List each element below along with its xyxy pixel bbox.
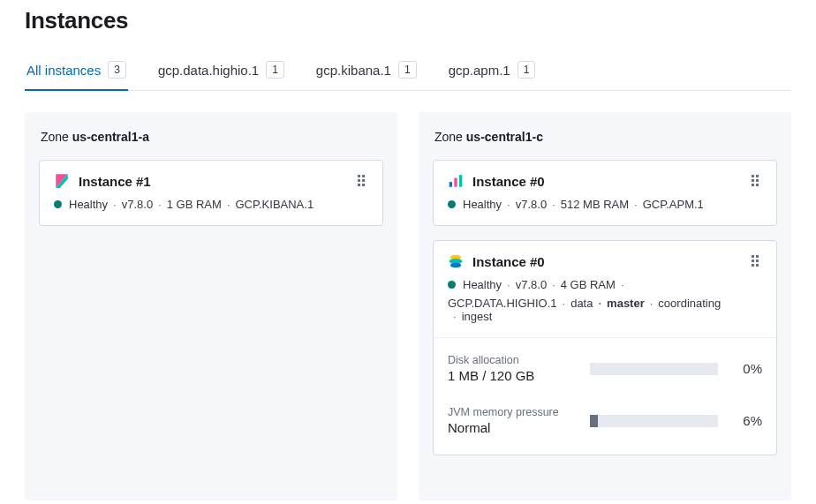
svg-rect-4 — [358, 179, 360, 182]
instance-meta: Healthy v7.8.0 4 GB RAM — [448, 278, 762, 291]
svg-rect-12 — [756, 175, 759, 177]
svg-rect-21 — [756, 255, 759, 258]
instance-meta: Healthy v7.8.0 512 MB RAM GCP.APM.1 — [448, 198, 762, 211]
zone-name: us-central1-c — [466, 130, 543, 144]
tab-badge: 3 — [108, 61, 126, 79]
svg-rect-3 — [362, 175, 365, 177]
version-label: v7.8.0 — [502, 198, 547, 211]
tab-label: gcp.apm.1 — [449, 63, 510, 78]
divider — [434, 337, 776, 338]
zone-panel: Zone us-central1-c Instance #0 Healthy v… — [419, 112, 791, 500]
tab-badge: 1 — [518, 61, 536, 79]
kibana-icon — [54, 173, 70, 189]
metric-disk: Disk allocation 1 MB / 120 GB 0% — [448, 349, 762, 388]
version-label: v7.8.0 — [108, 198, 153, 211]
svg-rect-2 — [358, 175, 360, 177]
zone-panel: Zone us-central1-a Instance #1 Healthy v… — [25, 112, 397, 500]
svg-rect-7 — [362, 184, 365, 186]
svg-rect-11 — [752, 175, 754, 177]
progress-fill — [590, 415, 598, 427]
tab-badge: 1 — [266, 61, 284, 79]
instance-card: Instance #0 Healthy v7.8.0 512 MB RAM GC… — [433, 160, 777, 226]
health-dot-icon — [54, 200, 62, 208]
health-dot-icon — [448, 200, 456, 208]
progress-bar — [590, 363, 718, 375]
svg-rect-9 — [454, 178, 457, 187]
ram-label: 1 GB RAM — [153, 198, 222, 211]
svg-rect-23 — [756, 260, 759, 262]
metric-label: Disk allocation — [448, 354, 576, 366]
svg-rect-22 — [752, 260, 754, 262]
tab-label: gcp.data.highio.1 — [158, 63, 259, 78]
instance-card: Instance #1 Healthy v7.8.0 1 GB RAM GCP.… — [39, 160, 383, 226]
svg-rect-10 — [459, 175, 462, 187]
page-title: Instances — [25, 7, 791, 34]
menu-icon[interactable] — [354, 174, 368, 188]
tab-label: All instances — [26, 63, 101, 78]
svg-rect-16 — [756, 184, 759, 186]
health-label: Healthy — [463, 198, 502, 211]
tab-data-highio[interactable]: gcp.data.highio.1 1 — [156, 52, 286, 91]
zone-header: Zone us-central1-c — [433, 126, 777, 144]
instance-meta-roles: GCP.DATA.HIGHIO.1 data master coordinati… — [448, 297, 762, 323]
progress-bar — [590, 415, 718, 427]
svg-rect-13 — [752, 179, 754, 182]
ram-label: 512 MB RAM — [547, 198, 629, 211]
instance-card: Instance #0 Healthy v7.8.0 4 GB RAM GCP.… — [433, 240, 777, 455]
zone-prefix: Zone — [434, 130, 466, 144]
metric-pct: 0% — [732, 361, 762, 376]
apm-icon — [448, 173, 464, 189]
role-data: data — [557, 297, 593, 310]
health-dot-icon — [448, 281, 456, 289]
zone-name: us-central1-a — [72, 130, 149, 144]
role-coordinating: coordinating — [645, 297, 721, 310]
svg-rect-6 — [358, 184, 360, 186]
tab-kibana[interactable]: gcp.kibana.1 1 — [314, 52, 419, 91]
tab-apm[interactable]: gcp.apm.1 1 — [447, 52, 538, 91]
svg-rect-8 — [450, 182, 452, 187]
health-label: Healthy — [69, 198, 108, 211]
role-ingest: ingest — [448, 310, 492, 323]
config-label: GCP.APM.1 — [629, 198, 704, 211]
config-label: GCP.KIBANA.1 — [222, 198, 314, 211]
svg-rect-14 — [756, 179, 759, 182]
metric-value: Normal — [448, 420, 576, 435]
svg-point-19 — [450, 263, 461, 268]
svg-rect-25 — [756, 264, 759, 267]
version-label: v7.8.0 — [502, 278, 547, 291]
metric-jvm: JVM memory pressure Normal 6% — [448, 401, 762, 440]
zone-header: Zone us-central1-a — [39, 126, 383, 144]
metric-value: 1 MB / 120 GB — [448, 368, 576, 383]
tab-badge: 1 — [398, 61, 417, 79]
instance-title: Instance #1 — [79, 174, 345, 189]
health-label: Healthy — [463, 278, 502, 291]
config-label: GCP.DATA.HIGHIO.1 — [448, 297, 557, 310]
svg-rect-24 — [752, 264, 754, 267]
menu-icon[interactable] — [748, 254, 762, 268]
svg-rect-15 — [752, 184, 754, 186]
tab-label: gcp.kibana.1 — [316, 63, 391, 78]
metric-pct: 6% — [732, 413, 762, 428]
svg-rect-20 — [752, 255, 754, 258]
trailing-sep — [616, 278, 630, 291]
elastic-icon — [448, 253, 464, 269]
zone-prefix: Zone — [41, 130, 72, 144]
menu-icon[interactable] — [748, 174, 762, 188]
instance-title: Instance #0 — [472, 254, 739, 269]
instance-meta: Healthy v7.8.0 1 GB RAM GCP.KIBANA.1 — [54, 198, 368, 211]
tab-all-instances[interactable]: All instances 3 — [25, 52, 128, 91]
zones-container: Zone us-central1-a Instance #1 Healthy v… — [25, 112, 791, 500]
tabs: All instances 3 gcp.data.highio.1 1 gcp.… — [25, 52, 791, 91]
ram-label: 4 GB RAM — [547, 278, 616, 291]
instance-title: Instance #0 — [472, 174, 739, 189]
role-master: master — [593, 297, 644, 310]
svg-rect-5 — [362, 179, 365, 182]
metric-label: JVM memory pressure — [448, 406, 576, 418]
